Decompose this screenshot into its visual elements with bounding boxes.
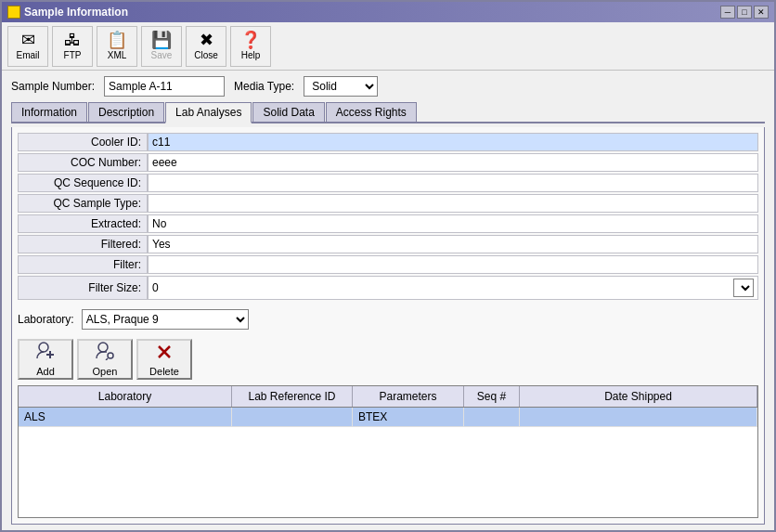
delete-button[interactable]: Delete [136,339,192,380]
extracted-label: Extracted: [18,214,148,233]
col-seq: Seq # [464,386,520,407]
col-parameters: Parameters [353,386,464,407]
ftp-icon: 🖧 [64,32,81,48]
col-laboratory: Laboratory [19,386,232,407]
minimize-button[interactable]: ─ [720,6,735,19]
maximize-button[interactable]: □ [737,6,752,19]
coc-number-label: COC Number: [18,153,148,172]
filtered-input[interactable] [152,238,754,251]
ftp-label: FTP [64,50,82,60]
window-title: Sample Information [24,6,128,19]
table-header: Laboratory Lab Reference ID Parameters S… [19,386,757,408]
help-icon: ❓ [240,32,261,48]
cooler-id-input[interactable] [152,136,754,149]
coc-number-input[interactable] [152,156,754,169]
qc-sample-type-label: QC Sample Type: [18,194,148,213]
svg-line-5 [106,358,108,360]
save-icon: 💾 [151,32,172,48]
ftp-button[interactable]: 🖧 FTP [52,26,93,67]
svg-point-4 [108,353,113,358]
xml-icon: 📋 [107,32,127,48]
sample-number-label: Sample Number: [11,80,95,93]
close-button[interactable]: ✕ [754,6,769,19]
col-date-shipped: Date Shipped [520,386,757,407]
tabs-row: Information Description Lab Analyses Sol… [11,102,765,123]
table-body: ALS BTEX [19,408,757,517]
qc-sample-type-value [148,194,758,213]
title-bar-left: Sample Information [7,6,128,19]
toolbar: ✉ Email 🖧 FTP 📋 XML 💾 Save ✖ Close ❓ Hel… [2,22,774,71]
tab-description[interactable]: Description [88,102,164,122]
delete-icon [154,342,175,364]
cell-laboratory: ALS [19,408,232,426]
media-type-select[interactable]: Solid Liquid Gas [304,76,378,97]
main-window: Sample Information ─ □ ✕ ✉ Email 🖧 FTP 📋… [0,0,776,532]
filter-size-select[interactable] [733,279,754,297]
close-label: Close [194,50,218,60]
save-label: Save [151,50,173,60]
qc-sequence-id-input[interactable] [152,176,754,189]
tab-solid-data[interactable]: Solid Data [252,102,324,122]
media-type-label: Media Type: [234,80,294,93]
tab-content-lab-analyses: Cooler ID: COC Number: QC Sequence ID: Q… [11,127,765,525]
qc-sequence-id-label: QC Sequence ID: [18,174,148,192]
open-button[interactable]: Open [77,339,133,380]
add-button[interactable]: Add [18,339,73,380]
filter-size-input[interactable] [152,281,733,294]
cell-date-shipped [520,408,757,426]
sample-number-input[interactable] [104,76,225,97]
title-bar-buttons: ─ □ ✕ [720,6,769,19]
filtered-label: Filtered: [18,235,148,253]
cell-parameters: BTEX [353,408,464,426]
qc-sample-type-input[interactable] [152,197,754,210]
add-icon [35,342,56,364]
laboratory-row: Laboratory: ALS, Praque 9 Lab B Lab C [18,309,758,330]
svg-point-0 [39,343,48,352]
cooler-id-value [148,133,758,151]
filtered-value [148,235,758,253]
delete-label: Delete [149,366,179,377]
col-lab-ref-id: Lab Reference ID [232,386,353,407]
cell-seq [464,408,520,426]
action-buttons-row: Add Open [18,339,758,380]
help-label: Help [241,50,261,60]
extracted-input[interactable] [152,217,754,230]
email-button[interactable]: ✉ Email [7,26,48,67]
filter-value [148,255,758,274]
data-table: Laboratory Lab Reference ID Parameters S… [18,385,758,518]
cell-lab-ref-id [232,408,353,426]
filter-size-label: Filter Size: [18,276,148,300]
sample-number-row: Sample Number: Media Type: Solid Liquid … [11,76,765,97]
xml-label: XML [108,50,127,60]
qc-sequence-id-value [148,174,758,192]
save-button[interactable]: 💾 Save [141,26,182,67]
laboratory-label: Laboratory: [18,313,74,326]
add-label: Add [36,366,55,377]
open-label: Open [93,366,118,377]
extracted-value [148,214,758,233]
xml-button[interactable]: 📋 XML [97,26,137,67]
tab-access-rights[interactable]: Access Rights [326,102,417,122]
filter-input[interactable] [152,258,754,271]
cooler-id-label: Cooler ID: [18,133,148,151]
title-bar: Sample Information ─ □ ✕ [2,2,774,22]
open-icon [95,342,115,364]
toolbar-close-icon: ✖ [200,32,213,48]
help-button[interactable]: ❓ Help [230,26,271,67]
laboratory-select[interactable]: ALS, Praque 9 Lab B Lab C [82,309,249,330]
coc-number-value [148,153,758,172]
content-area: Sample Number: Media Type: Solid Liquid … [2,71,774,530]
window-icon [7,6,20,19]
form-grid: Cooler ID: COC Number: QC Sequence ID: Q… [18,133,758,300]
tab-information[interactable]: Information [11,102,87,122]
table-row[interactable]: ALS BTEX [19,408,757,427]
filter-label: Filter: [18,255,148,274]
filter-size-value [148,276,758,300]
email-label: Email [16,50,39,60]
email-icon: ✉ [21,32,35,48]
svg-point-3 [98,343,108,352]
tab-lab-analyses[interactable]: Lab Analyses [165,102,252,123]
toolbar-close-button[interactable]: ✖ Close [186,26,226,67]
